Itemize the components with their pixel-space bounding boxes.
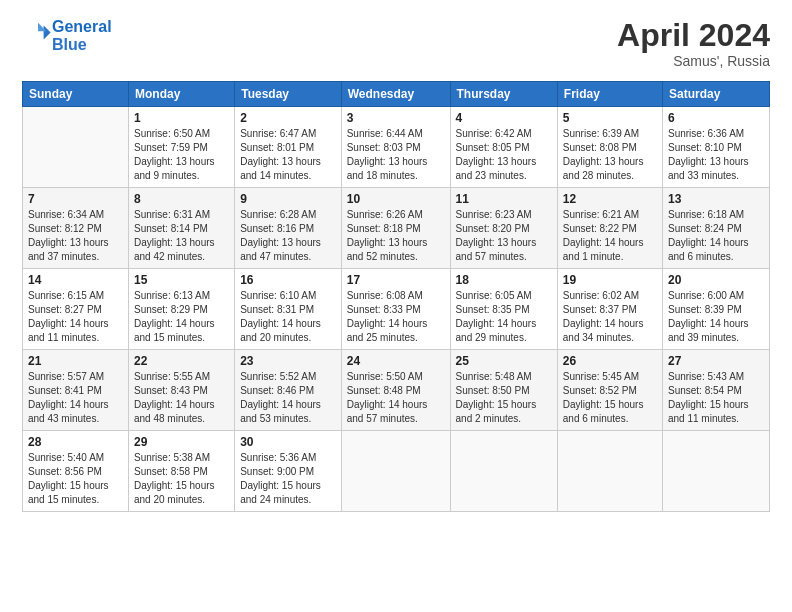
day-number: 23: [240, 354, 336, 368]
day-info: Sunrise: 6:26 AMSunset: 8:18 PMDaylight:…: [347, 208, 445, 264]
day-of-week-header: Thursday: [450, 82, 557, 107]
header: General Blue April 2024 Samus', Russia: [22, 18, 770, 69]
calendar-week-row: 28Sunrise: 5:40 AMSunset: 8:56 PMDayligh…: [23, 431, 770, 512]
calendar-day-cell: 17Sunrise: 6:08 AMSunset: 8:33 PMDayligh…: [341, 269, 450, 350]
day-number: 7: [28, 192, 123, 206]
day-info: Sunrise: 6:39 AMSunset: 8:08 PMDaylight:…: [563, 127, 657, 183]
day-number: 19: [563, 273, 657, 287]
day-number: 21: [28, 354, 123, 368]
calendar-day-cell: 6Sunrise: 6:36 AMSunset: 8:10 PMDaylight…: [662, 107, 769, 188]
day-info: Sunrise: 6:05 AMSunset: 8:35 PMDaylight:…: [456, 289, 552, 345]
day-of-week-header: Friday: [557, 82, 662, 107]
svg-marker-0: [44, 25, 51, 39]
month-title: April 2024: [617, 18, 770, 53]
calendar-day-cell: 25Sunrise: 5:48 AMSunset: 8:50 PMDayligh…: [450, 350, 557, 431]
calendar-table: SundayMondayTuesdayWednesdayThursdayFrid…: [22, 81, 770, 512]
day-number: 12: [563, 192, 657, 206]
day-info: Sunrise: 6:47 AMSunset: 8:01 PMDaylight:…: [240, 127, 336, 183]
day-number: 3: [347, 111, 445, 125]
calendar-week-row: 1Sunrise: 6:50 AMSunset: 7:59 PMDaylight…: [23, 107, 770, 188]
day-of-week-header: Saturday: [662, 82, 769, 107]
day-info: Sunrise: 6:18 AMSunset: 8:24 PMDaylight:…: [668, 208, 764, 264]
calendar-day-cell: 29Sunrise: 5:38 AMSunset: 8:58 PMDayligh…: [128, 431, 234, 512]
calendar-day-cell: 5Sunrise: 6:39 AMSunset: 8:08 PMDaylight…: [557, 107, 662, 188]
day-of-week-header: Tuesday: [235, 82, 342, 107]
day-number: 5: [563, 111, 657, 125]
day-info: Sunrise: 5:50 AMSunset: 8:48 PMDaylight:…: [347, 370, 445, 426]
calendar-day-cell: 20Sunrise: 6:00 AMSunset: 8:39 PMDayligh…: [662, 269, 769, 350]
calendar-day-cell: [23, 107, 129, 188]
calendar-day-cell: 8Sunrise: 6:31 AMSunset: 8:14 PMDaylight…: [128, 188, 234, 269]
day-number: 16: [240, 273, 336, 287]
calendar-day-cell: 11Sunrise: 6:23 AMSunset: 8:20 PMDayligh…: [450, 188, 557, 269]
day-info: Sunrise: 6:50 AMSunset: 7:59 PMDaylight:…: [134, 127, 229, 183]
calendar-day-cell: 24Sunrise: 5:50 AMSunset: 8:48 PMDayligh…: [341, 350, 450, 431]
day-number: 11: [456, 192, 552, 206]
calendar-day-cell: 22Sunrise: 5:55 AMSunset: 8:43 PMDayligh…: [128, 350, 234, 431]
calendar-day-cell: 3Sunrise: 6:44 AMSunset: 8:03 PMDaylight…: [341, 107, 450, 188]
day-number: 8: [134, 192, 229, 206]
page: General Blue April 2024 Samus', Russia S…: [0, 0, 792, 612]
day-number: 14: [28, 273, 123, 287]
calendar-day-cell: 16Sunrise: 6:10 AMSunset: 8:31 PMDayligh…: [235, 269, 342, 350]
day-info: Sunrise: 5:48 AMSunset: 8:50 PMDaylight:…: [456, 370, 552, 426]
day-number: 20: [668, 273, 764, 287]
day-info: Sunrise: 6:10 AMSunset: 8:31 PMDaylight:…: [240, 289, 336, 345]
calendar-day-cell: 12Sunrise: 6:21 AMSunset: 8:22 PMDayligh…: [557, 188, 662, 269]
day-info: Sunrise: 5:43 AMSunset: 8:54 PMDaylight:…: [668, 370, 764, 426]
calendar-header-row: SundayMondayTuesdayWednesdayThursdayFrid…: [23, 82, 770, 107]
day-number: 10: [347, 192, 445, 206]
day-number: 28: [28, 435, 123, 449]
calendar-day-cell: 1Sunrise: 6:50 AMSunset: 7:59 PMDaylight…: [128, 107, 234, 188]
day-number: 24: [347, 354, 445, 368]
day-number: 26: [563, 354, 657, 368]
calendar-day-cell: 19Sunrise: 6:02 AMSunset: 8:37 PMDayligh…: [557, 269, 662, 350]
day-number: 22: [134, 354, 229, 368]
day-number: 13: [668, 192, 764, 206]
day-info: Sunrise: 6:00 AMSunset: 8:39 PMDaylight:…: [668, 289, 764, 345]
logo-text: General Blue: [52, 18, 112, 53]
day-info: Sunrise: 6:08 AMSunset: 8:33 PMDaylight:…: [347, 289, 445, 345]
calendar-day-cell: 15Sunrise: 6:13 AMSunset: 8:29 PMDayligh…: [128, 269, 234, 350]
day-info: Sunrise: 6:36 AMSunset: 8:10 PMDaylight:…: [668, 127, 764, 183]
day-info: Sunrise: 6:28 AMSunset: 8:16 PMDaylight:…: [240, 208, 336, 264]
day-of-week-header: Sunday: [23, 82, 129, 107]
day-info: Sunrise: 5:52 AMSunset: 8:46 PMDaylight:…: [240, 370, 336, 426]
day-number: 15: [134, 273, 229, 287]
day-number: 6: [668, 111, 764, 125]
day-number: 25: [456, 354, 552, 368]
logo-icon: [24, 20, 52, 48]
day-info: Sunrise: 6:42 AMSunset: 8:05 PMDaylight:…: [456, 127, 552, 183]
day-info: Sunrise: 6:23 AMSunset: 8:20 PMDaylight:…: [456, 208, 552, 264]
day-info: Sunrise: 6:15 AMSunset: 8:27 PMDaylight:…: [28, 289, 123, 345]
calendar-day-cell: 14Sunrise: 6:15 AMSunset: 8:27 PMDayligh…: [23, 269, 129, 350]
day-info: Sunrise: 5:38 AMSunset: 8:58 PMDaylight:…: [134, 451, 229, 507]
calendar-day-cell: [450, 431, 557, 512]
day-info: Sunrise: 5:36 AMSunset: 9:00 PMDaylight:…: [240, 451, 336, 507]
location: Samus', Russia: [617, 53, 770, 69]
calendar-day-cell: [341, 431, 450, 512]
day-of-week-header: Monday: [128, 82, 234, 107]
calendar-day-cell: [662, 431, 769, 512]
day-info: Sunrise: 6:44 AMSunset: 8:03 PMDaylight:…: [347, 127, 445, 183]
calendar-day-cell: 30Sunrise: 5:36 AMSunset: 9:00 PMDayligh…: [235, 431, 342, 512]
day-number: 2: [240, 111, 336, 125]
day-info: Sunrise: 6:21 AMSunset: 8:22 PMDaylight:…: [563, 208, 657, 264]
day-info: Sunrise: 6:34 AMSunset: 8:12 PMDaylight:…: [28, 208, 123, 264]
calendar-day-cell: 26Sunrise: 5:45 AMSunset: 8:52 PMDayligh…: [557, 350, 662, 431]
day-info: Sunrise: 6:31 AMSunset: 8:14 PMDaylight:…: [134, 208, 229, 264]
day-number: 17: [347, 273, 445, 287]
day-number: 30: [240, 435, 336, 449]
calendar-day-cell: 2Sunrise: 6:47 AMSunset: 8:01 PMDaylight…: [235, 107, 342, 188]
calendar-day-cell: 28Sunrise: 5:40 AMSunset: 8:56 PMDayligh…: [23, 431, 129, 512]
day-number: 27: [668, 354, 764, 368]
day-info: Sunrise: 6:02 AMSunset: 8:37 PMDaylight:…: [563, 289, 657, 345]
day-info: Sunrise: 5:45 AMSunset: 8:52 PMDaylight:…: [563, 370, 657, 426]
svg-marker-1: [38, 22, 46, 30]
calendar-week-row: 7Sunrise: 6:34 AMSunset: 8:12 PMDaylight…: [23, 188, 770, 269]
title-block: April 2024 Samus', Russia: [617, 18, 770, 69]
calendar-day-cell: 4Sunrise: 6:42 AMSunset: 8:05 PMDaylight…: [450, 107, 557, 188]
logo: General Blue: [22, 18, 112, 53]
calendar-day-cell: 10Sunrise: 6:26 AMSunset: 8:18 PMDayligh…: [341, 188, 450, 269]
calendar-body: 1Sunrise: 6:50 AMSunset: 7:59 PMDaylight…: [23, 107, 770, 512]
